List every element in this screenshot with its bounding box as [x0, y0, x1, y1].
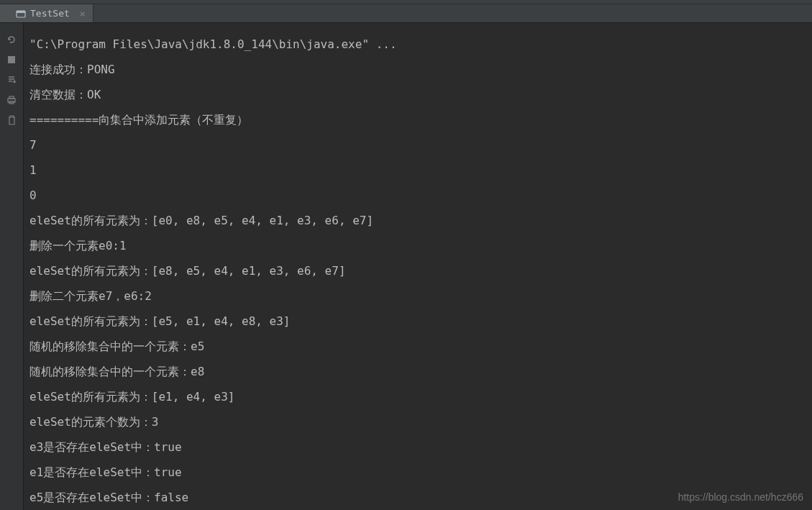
- trash-icon[interactable]: [5, 114, 18, 127]
- tab-close[interactable]: ×: [77, 8, 88, 19]
- watermark: https://blog.csdn.net/hcz666: [678, 491, 803, 503]
- scroll-icon[interactable]: [5, 73, 18, 86]
- svg-rect-2: [8, 56, 15, 63]
- content-area: "C:\Program Files\Java\jdk1.8.0_144\bin\…: [0, 23, 812, 510]
- console-line: "C:\Program Files\Java\jdk1.8.0_144\bin\…: [29, 32, 806, 57]
- console-line: 1: [29, 158, 806, 183]
- console-line: 随机的移除集合中的一个元素：e5: [29, 334, 806, 359]
- svg-rect-4: [9, 96, 14, 99]
- console-line: 随机的移除集合中的一个元素：e8: [29, 359, 806, 384]
- console-output[interactable]: "C:\Program Files\Java\jdk1.8.0_144\bin\…: [24, 23, 812, 510]
- run-tab[interactable]: TestSet ×: [0, 4, 93, 22]
- console-line: eleSet的所有元素为：[e8, e5, e4, e1, e3, e6, e7…: [29, 258, 806, 283]
- svg-rect-1: [17, 11, 25, 13]
- console-line: e1是否存在eleSet中：true: [29, 460, 806, 485]
- tab-label: TestSet: [30, 8, 70, 19]
- stop-icon[interactable]: [5, 53, 18, 66]
- tab-bar: TestSet ×: [0, 4, 812, 23]
- console-line: eleSet的元素个数为：3: [29, 409, 806, 434]
- console-line: ==========向集合中添加元素（不重复）: [29, 107, 806, 132]
- gutter: [0, 23, 24, 510]
- console-line: 删除二个元素e7，e6:2: [29, 283, 806, 309]
- console-line: eleSet的所有元素为：[e1, e4, e3]: [29, 384, 806, 409]
- print-icon[interactable]: [5, 94, 18, 106]
- console-line: eleSet的所有元素为：[e5, e1, e4, e8, e3]: [29, 309, 806, 334]
- console-line: e3是否存在eleSet中：true: [29, 434, 806, 460]
- console-line: 7: [29, 132, 806, 158]
- rerun-icon[interactable]: [5, 33, 18, 46]
- run-config-icon: [16, 9, 26, 19]
- console-line: 清空数据：OK: [29, 82, 806, 107]
- console-line: eleSet的所有元素为：[e0, e8, e5, e4, e1, e3, e6…: [29, 208, 806, 233]
- console-line: 连接成功：PONG: [29, 57, 806, 82]
- console-line: 删除一个元素e0:1: [29, 233, 806, 258]
- console-line: 0: [29, 183, 806, 208]
